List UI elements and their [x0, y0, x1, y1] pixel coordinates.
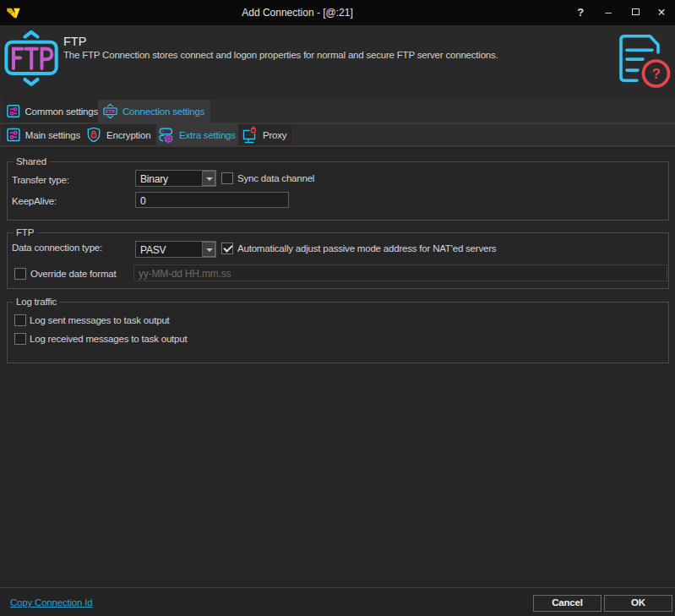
svg-text:FTP: FTP [106, 109, 115, 114]
svg-text:?: ? [652, 66, 661, 81]
